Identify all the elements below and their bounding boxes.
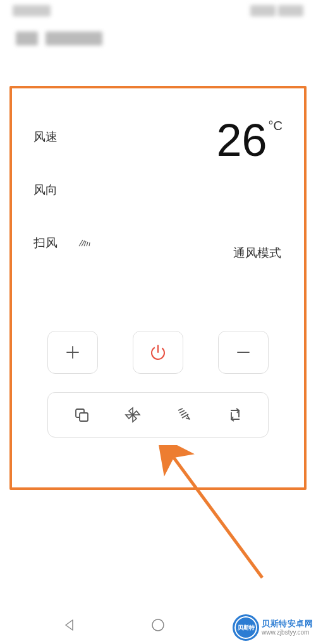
nav-home-button[interactable] — [149, 616, 167, 634]
svg-point-4 — [152, 619, 164, 631]
title-blur-2 — [46, 32, 102, 45]
nav-back-button[interactable] — [61, 616, 78, 634]
status-time-blur — [13, 5, 51, 16]
status-bar — [0, 0, 316, 22]
status-battery-blur — [278, 5, 303, 16]
watermark-badge: 贝斯特 — [233, 614, 259, 641]
watermark-url: www.zjbstyy.com — [262, 629, 313, 636]
circle-home-icon — [150, 617, 166, 633]
watermark-badge-text: 贝斯特 — [238, 624, 255, 632]
title-blur-1 — [16, 32, 38, 45]
page-title-area — [0, 22, 316, 57]
status-signal-blur — [250, 5, 276, 16]
triangle-back-icon — [63, 618, 76, 632]
watermark-title: 贝斯特安卓网 — [262, 619, 313, 629]
highlight-annotation-box — [9, 86, 307, 490]
watermark: 贝斯特 贝斯特安卓网 www.zjbstyy.com — [233, 614, 313, 641]
